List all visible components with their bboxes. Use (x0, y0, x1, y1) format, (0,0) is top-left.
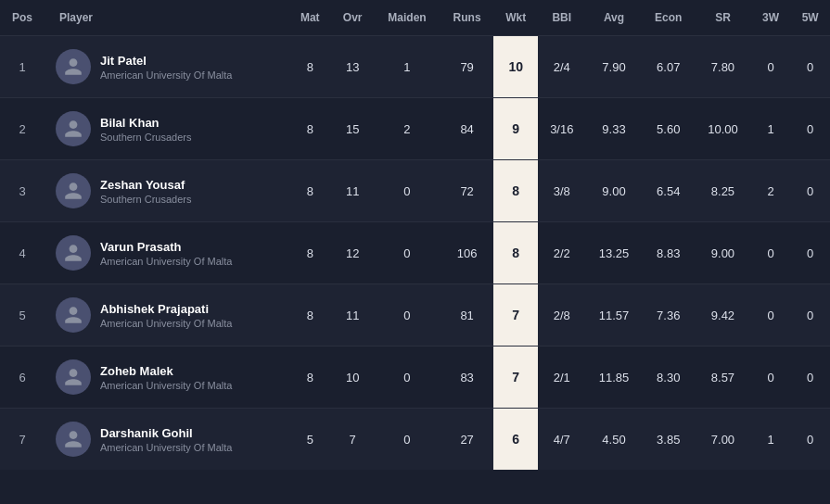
cell-sr: 9.00 (695, 222, 751, 284)
cell-pos: 5 (0, 284, 45, 346)
player-team: Southern Crusaders (100, 194, 191, 205)
player-name: Zeshan Yousaf (100, 178, 191, 192)
player-name: Bilal Khan (100, 116, 191, 130)
player-name: Jit Patel (100, 54, 232, 68)
player-team: American University Of Malta (100, 380, 232, 391)
bowling-stats-table: Pos Player Mat Ovr Maiden Runs Wkt BBI A… (0, 0, 830, 470)
avatar (56, 111, 91, 146)
col-ovr: Ovr (331, 0, 374, 36)
player-team: American University Of Malta (100, 256, 232, 267)
cell-pos: 6 (0, 346, 45, 409)
col-5w: 5W (790, 0, 830, 36)
cell-wkt: 8 (493, 160, 538, 222)
cell-5w: 0 (790, 409, 830, 471)
cell-ovr: 12 (331, 222, 374, 284)
cell-ovr: 11 (331, 284, 374, 346)
player-team: Southern Crusaders (100, 132, 191, 143)
player-team: American University Of Malta (100, 318, 232, 329)
cell-mat: 8 (288, 98, 331, 160)
cell-mat: 8 (288, 346, 331, 409)
cell-runs: 84 (441, 98, 494, 160)
cell-sr: 10.00 (695, 98, 751, 160)
cell-5w: 0 (790, 160, 830, 222)
table-row: 1Jit PatelAmerican University Of Malta81… (0, 36, 830, 98)
cell-runs: 27 (441, 409, 494, 471)
avatar (56, 359, 91, 395)
cell-avg: 11.57 (586, 284, 643, 346)
cell-runs: 83 (441, 346, 494, 409)
cell-pos: 3 (0, 160, 45, 222)
avatar (56, 235, 91, 271)
cell-econ: 5.60 (642, 98, 695, 160)
col-maiden: Maiden (374, 0, 441, 36)
cell-runs: 72 (441, 160, 494, 222)
cell-bbi: 2/2 (538, 222, 586, 284)
cell-pos: 7 (0, 409, 45, 471)
cell-bbi: 3/16 (538, 98, 586, 160)
cell-mat: 8 (288, 222, 331, 284)
cell-mat: 8 (288, 36, 331, 98)
cell-player: Zeshan YousafSouthern Crusaders (45, 160, 288, 222)
table-header-row: Pos Player Mat Ovr Maiden Runs Wkt BBI A… (0, 0, 830, 36)
cell-wkt: 8 (493, 222, 538, 284)
cell-sr: 7.80 (695, 36, 751, 98)
cell-sr: 7.00 (695, 409, 751, 471)
cell-3w: 1 (751, 409, 791, 471)
cell-bbi: 2/8 (538, 284, 586, 346)
cell-avg: 9.33 (586, 98, 643, 160)
cell-runs: 79 (441, 36, 494, 98)
player-name: Varun Prasath (100, 240, 232, 254)
cell-pos: 1 (0, 36, 45, 98)
cell-player: Darshanik GohilAmerican University Of Ma… (45, 409, 288, 471)
cell-3w: 2 (751, 160, 791, 222)
cell-ovr: 10 (331, 346, 374, 409)
cell-player: Varun PrasathAmerican University Of Malt… (45, 222, 288, 284)
table-row: 6Zoheb MalekAmerican University Of Malta… (0, 346, 830, 409)
cell-pos: 2 (0, 98, 45, 160)
cell-player: Jit PatelAmerican University Of Malta (45, 36, 288, 98)
cell-3w: 0 (751, 36, 791, 98)
cell-mat: 5 (288, 409, 331, 471)
cell-bbi: 4/7 (538, 409, 586, 471)
player-name: Darshanik Gohil (100, 426, 232, 440)
cell-avg: 9.00 (586, 160, 643, 222)
cell-runs: 106 (441, 222, 494, 284)
avatar (56, 422, 91, 457)
col-avg: Avg (586, 0, 643, 36)
col-pos: Pos (0, 0, 45, 36)
cell-maiden: 0 (374, 409, 441, 471)
table-row: 2Bilal KhanSouthern Crusaders81528493/16… (0, 98, 830, 160)
cell-sr: 9.42 (695, 284, 751, 346)
col-mat: Mat (288, 0, 331, 36)
cell-3w: 0 (751, 346, 791, 409)
cell-5w: 0 (790, 98, 830, 160)
cell-bbi: 2/1 (538, 346, 586, 409)
cell-5w: 0 (790, 284, 830, 346)
cell-5w: 0 (790, 36, 830, 98)
cell-econ: 8.30 (642, 346, 695, 409)
cell-avg: 7.90 (586, 36, 643, 98)
table-row: 3Zeshan YousafSouthern Crusaders81107283… (0, 160, 830, 222)
cell-sr: 8.57 (695, 346, 751, 409)
cell-ovr: 15 (331, 98, 374, 160)
cell-runs: 81 (441, 284, 494, 346)
player-team: American University Of Malta (100, 69, 232, 81)
cell-econ: 6.07 (642, 36, 695, 98)
cell-wkt: 10 (493, 36, 538, 98)
cell-wkt: 6 (493, 409, 538, 471)
cell-5w: 0 (790, 222, 830, 284)
col-player: Player (45, 0, 288, 36)
avatar (56, 173, 91, 208)
cell-wkt: 9 (493, 98, 538, 160)
cell-maiden: 0 (374, 222, 441, 284)
col-bbi: BBI (538, 0, 586, 36)
cell-maiden: 0 (374, 284, 441, 346)
cell-wkt: 7 (493, 346, 538, 409)
table-row: 4Varun PrasathAmerican University Of Mal… (0, 222, 830, 284)
cell-maiden: 0 (374, 346, 441, 409)
cell-bbi: 3/8 (538, 160, 586, 222)
cell-avg: 4.50 (586, 409, 643, 471)
player-team: American University Of Malta (100, 442, 232, 453)
player-name: Zoheb Malek (100, 364, 232, 378)
cell-mat: 8 (288, 160, 331, 222)
